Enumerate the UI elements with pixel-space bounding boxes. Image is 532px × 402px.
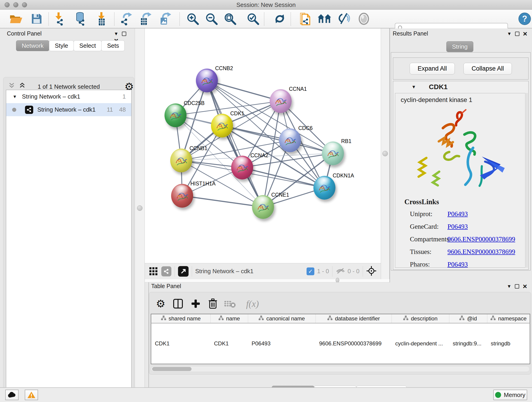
table-scrollbar[interactable] [151, 366, 530, 372]
table-options-gear-icon[interactable]: ⚙ [154, 297, 167, 310]
column-header-name[interactable]: name [210, 314, 248, 323]
table-cell[interactable]: CDK1 [151, 323, 210, 364]
collection-expand-icon[interactable]: ▼ [13, 94, 17, 99]
left-splitter-knob[interactable] [137, 205, 143, 211]
crosslink-link-compartments[interactable]: 9606.ENSP00000378699 [447, 235, 515, 243]
table-cell[interactable]: stringdb:9... [449, 323, 487, 364]
column-header-namespace[interactable]: namespace [487, 314, 530, 323]
open-session-button[interactable] [9, 12, 23, 27]
network-node-CDKN1A[interactable] [313, 176, 336, 200]
selected-checkbox-icon[interactable]: ✓ [307, 268, 314, 275]
tab-network[interactable]: Network [16, 40, 49, 51]
hidden-count: 0 - 0 [348, 268, 360, 275]
show-columns-icon[interactable] [172, 297, 184, 310]
network-edge-CCNB2-CCNE1[interactable] [207, 80, 263, 207]
horizontal-splitter-knob[interactable] [336, 278, 339, 283]
memory-button[interactable]: Memory [493, 390, 527, 400]
collapse-all-button[interactable]: Collapse All [463, 63, 512, 75]
share-document-button[interactable] [298, 12, 312, 27]
left-splitter[interactable] [135, 28, 145, 387]
expand-all-button[interactable]: Expand All [410, 63, 455, 75]
export-table-button[interactable] [139, 12, 153, 27]
results-panel-menu-button[interactable]: ▼ [506, 30, 513, 37]
network-edge-HIST1H1A-CCNE1[interactable] [182, 196, 263, 207]
network-view-share-icon[interactable] [161, 266, 171, 276]
refresh-button[interactable] [272, 12, 287, 27]
node-label-CCNE1: CCNE1 [271, 192, 289, 198]
zoom-out-button[interactable] [204, 12, 219, 27]
network-node-CCNE1[interactable] [252, 195, 274, 219]
network-node-CCNB2[interactable] [196, 69, 218, 92]
hide-unhide-button[interactable] [336, 12, 351, 27]
node-label-HIST1H1A: HIST1H1A [190, 181, 215, 187]
network-node-CCNA2[interactable] [231, 156, 253, 179]
zoom-selected-button[interactable] [246, 12, 260, 27]
sphere-button[interactable] [356, 12, 371, 27]
function-builder-icon[interactable]: f(x) [240, 297, 265, 310]
add-column-plus-icon[interactable] [189, 297, 202, 310]
fit-content-crosshair-icon[interactable] [366, 266, 377, 277]
import-table-button[interactable] [95, 12, 109, 27]
right-splitter-knob[interactable] [382, 151, 388, 156]
column-header-canonical-name[interactable]: canonical name [248, 314, 316, 323]
warning-button[interactable] [25, 390, 38, 400]
control-panel-menu-button[interactable]: ▼ [113, 30, 120, 37]
table-cell[interactable]: CDK1 [210, 323, 248, 364]
cdk1-entry-header[interactable]: ▼ CDK1 [393, 81, 528, 93]
results-scrollbar[interactable] [525, 93, 528, 268]
network-node-CDK1[interactable] [211, 114, 233, 138]
network-node-CCNB1[interactable] [170, 148, 192, 172]
column-header-shared-name[interactable]: shared name [151, 314, 210, 323]
table-row[interactable]: CDK1CDK1P064939606.ENSP00000378699cyclin… [151, 323, 530, 364]
delete-table-icon[interactable] [223, 297, 236, 310]
cdk1-collapse-icon[interactable]: ▼ [412, 84, 416, 89]
crosslink-link-pharos[interactable]: P06493 [447, 261, 468, 268]
network-node-RB1[interactable] [322, 141, 344, 165]
network-canvas[interactable]: CCNB2CCNA1CDC25BCDK1CDC6RB1CCNB1CCNA2CDK… [145, 28, 381, 263]
network-node-CCNA1[interactable] [270, 89, 292, 113]
cloud-button[interactable] [5, 390, 19, 400]
home-networks-button[interactable] [317, 12, 332, 27]
tab-style[interactable]: Style [49, 40, 74, 51]
network-node-CDC6[interactable] [279, 128, 301, 152]
help-button[interactable]: ? [517, 12, 532, 27]
column-tree-icon [459, 315, 465, 322]
tab-string[interactable]: String [446, 41, 473, 52]
zoom-fit-button[interactable] [223, 12, 237, 27]
tab-select[interactable]: Select [74, 40, 101, 51]
toolbar-separator [48, 12, 49, 26]
zoom-in-button[interactable] [185, 12, 200, 27]
network-row[interactable]: String Network – cdk1 11 48 [6, 103, 131, 116]
table-cell[interactable]: 9606.ENSP00000378699 [316, 323, 392, 364]
import-network-database-button[interactable] [73, 12, 88, 27]
export-image-button[interactable] [158, 12, 173, 27]
table-scrollbar-thumb[interactable] [152, 367, 191, 371]
grid-view-icon[interactable] [149, 266, 158, 276]
export-network-button[interactable] [119, 12, 134, 27]
column-header-database-identifier[interactable]: database identifier [316, 314, 392, 323]
crosslink-link-tissues[interactable]: 9606.ENSP00000378699 [447, 248, 515, 255]
results-panel-float-button[interactable] [514, 30, 520, 37]
birds-eye-view-icon[interactable] [178, 266, 189, 277]
delete-column-trash-icon[interactable] [206, 297, 219, 310]
tab-sets[interactable]: Sets [101, 40, 125, 51]
table-panel-menu-button[interactable]: ▼ [506, 283, 513, 290]
crosslink-link-genecard[interactable]: P06493 [447, 223, 468, 230]
network-collection-row[interactable]: ▼ String Network – cdk1 1 [6, 90, 131, 103]
results-panel-close-button[interactable]: × [522, 30, 529, 37]
table-panel-float-button[interactable] [514, 283, 520, 290]
column-header-description[interactable]: description [392, 314, 449, 323]
hidden-eye-icon[interactable] [336, 267, 345, 276]
control-panel-float-button[interactable] [120, 30, 127, 37]
network-node-CDC25B[interactable] [165, 103, 186, 127]
save-session-button[interactable] [29, 12, 44, 27]
table-panel-close-button[interactable]: × [521, 283, 528, 290]
network-node-HIST1H1A[interactable] [171, 184, 193, 208]
table-cell[interactable]: P06493 [248, 323, 316, 364]
table-cell[interactable]: cyclin-dependent ... [392, 323, 449, 364]
import-network-file-button[interactable] [53, 12, 67, 27]
network-edge-CDK1-RB1[interactable] [222, 126, 333, 153]
column-header--id[interactable]: @id [449, 314, 487, 323]
crosslink-link-uniprot[interactable]: P06493 [447, 210, 468, 218]
table-cell[interactable]: stringdb [487, 323, 530, 364]
